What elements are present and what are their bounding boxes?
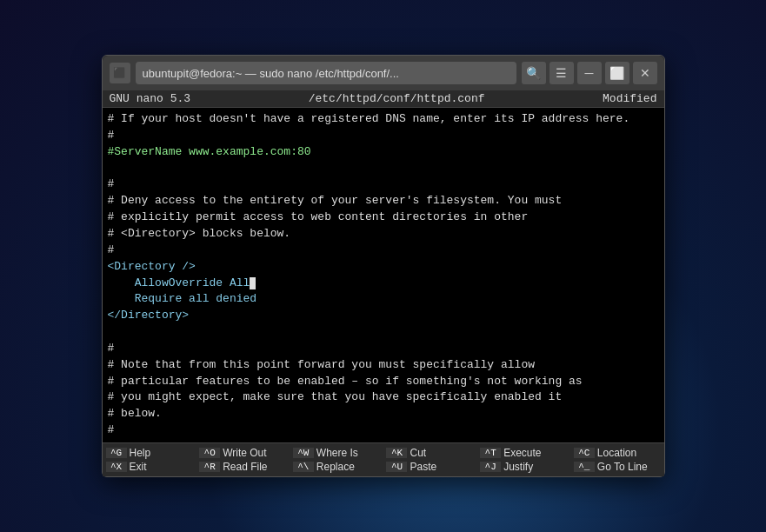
shortcut-gotoline[interactable]: ^_ Go To Line [570,460,664,474]
app-icon: ⬛ [110,63,130,83]
maximize-button[interactable]: ⬜ [605,62,629,84]
editor-line-6: # Deny access to the entirety of your se… [108,194,563,207]
editor-line-3: #ServerName www.example.com:80 [108,145,311,158]
nano-appname: GNU nano 5.3 [110,92,191,105]
shortcut-exit[interactable]: ^X Exit [103,460,196,474]
editor-area[interactable]: # If your host doesn't have a registered… [103,108,664,442]
menu-button[interactable]: ☰ [550,62,574,84]
editor-line-7: # explicitly permit access to web conten… [108,210,529,223]
editor-line-20: # [108,423,115,436]
shortcut-paste[interactable]: ^U Paste [383,460,476,474]
shortcut-location[interactable]: ^C Location [570,446,664,460]
editor-line-17: # particular features to be enabled – so… [108,375,583,388]
editor-line-2: # [108,129,115,142]
editor-line-11: AllowOverride All [108,276,256,289]
nano-statusbar: GNU nano 5.3 /etc/httpd/conf/httpd.conf … [103,90,664,108]
minimize-button[interactable]: ─ [577,62,602,84]
editor-line-8: # <Directory> blocks below. [108,227,291,240]
search-button[interactable]: 🔍 [522,62,546,84]
editor-line-19: # below. [108,407,162,420]
shortcut-writeout[interactable]: ^O Write Out [196,446,290,460]
titlebar: ⬛ ubuntupit@fedora:~ — sudo nano /etc/ht… [103,56,664,90]
shortcut-whereis[interactable]: ^W Where Is [290,446,383,460]
nano-status: Modified [603,92,656,105]
shortcut-execute[interactable]: ^T Execute [476,446,570,460]
shortcut-replace[interactable]: ^\ Replace [290,460,383,474]
shortcut-cut[interactable]: ^K Cut [383,446,476,460]
shortcut-bar: ^G Help ^O Write Out ^W Where Is ^K Cut … [103,442,664,476]
editor-line-1: # If your host doesn't have a registered… [108,112,630,125]
terminal-window: ⬛ ubuntupit@fedora:~ — sudo nano /etc/ht… [102,55,665,477]
editor-line-13: </Directory> [108,309,190,322]
nano-filepath: /etc/httpd/conf/httpd.conf [309,92,485,105]
editor-line-15: # [108,342,115,355]
window-controls: 🔍 ☰ ─ ⬜ ✕ [522,62,657,84]
editor-line-9: # [108,243,115,256]
editor-line-16: # Note that from this point forward you … [108,358,535,371]
editor-line-12: Require all denied [108,292,257,305]
editor-line-10: <Directory /> [108,260,196,273]
shortcut-justify[interactable]: ^J Justify [476,460,570,474]
window-title: ubuntupit@fedora:~ — sudo nano /etc/http… [136,62,516,84]
shortcut-readfile[interactable]: ^R Read File [196,460,290,474]
editor-line-5: # [108,177,115,190]
close-button[interactable]: ✕ [633,62,657,84]
editor-line-18: # you might expect, make sure that you h… [108,390,563,403]
shortcut-help[interactable]: ^G Help [103,446,196,460]
